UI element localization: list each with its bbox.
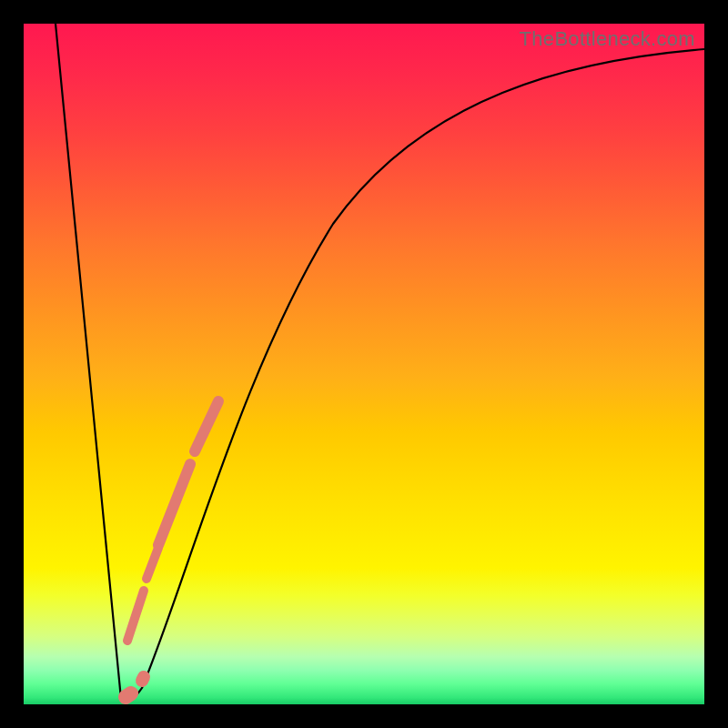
bottleneck-curve	[56, 24, 704, 701]
salmon-segment-1	[195, 401, 218, 451]
chart-frame: TheBottleneck.com	[0, 0, 728, 728]
salmon-dot-2	[126, 693, 131, 697]
salmon-segment-2	[158, 464, 190, 545]
chart-plot-area: TheBottleneck.com	[24, 24, 704, 704]
salmon-segment-3	[147, 548, 158, 579]
chart-svg	[24, 24, 704, 704]
salmon-dot-1	[142, 677, 144, 681]
salmon-segment-4	[127, 591, 144, 641]
